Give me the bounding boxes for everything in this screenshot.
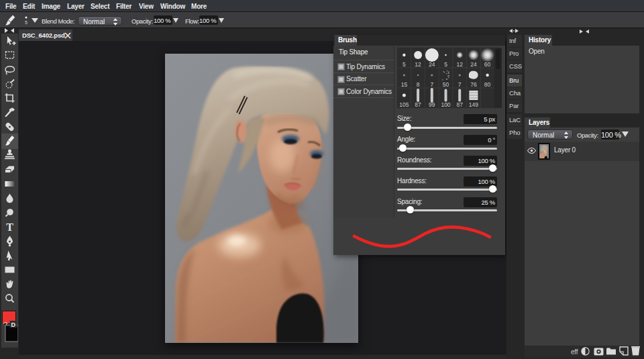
svg-text:80: 80 — [484, 81, 491, 88]
svg-text:60: 60 — [484, 61, 491, 68]
svg-text:8: 8 — [417, 81, 420, 88]
svg-text:7: 7 — [430, 81, 433, 88]
svg-text:24: 24 — [429, 61, 435, 68]
svg-text:87: 87 — [415, 101, 421, 108]
svg-text:99: 99 — [429, 101, 435, 108]
svg-text:D: D — [11, 321, 16, 328]
svg-text:87: 87 — [456, 101, 463, 108]
svg-text:12: 12 — [415, 61, 421, 68]
svg-text:24: 24 — [470, 61, 477, 68]
svg-text:50: 50 — [443, 81, 449, 88]
svg-text:5: 5 — [25, 20, 28, 25]
svg-text:7: 7 — [458, 81, 462, 88]
svg-text:5: 5 — [444, 61, 447, 68]
svg-text:100: 100 — [441, 101, 450, 108]
svg-text:76: 76 — [470, 81, 477, 88]
svg-text:149: 149 — [469, 101, 478, 108]
svg-text:T: T — [6, 221, 13, 233]
svg-text:5: 5 — [402, 61, 406, 68]
svg-text:15: 15 — [401, 81, 408, 88]
svg-text:12: 12 — [456, 61, 463, 68]
svg-text:105: 105 — [399, 101, 409, 108]
